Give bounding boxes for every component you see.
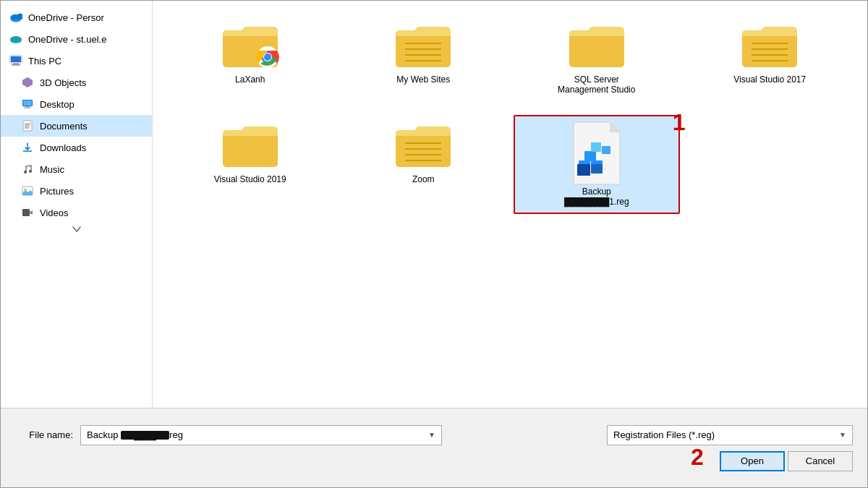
sidebar-item-desktop[interactable]: Desktop — [1, 93, 152, 115]
folder-visual-studio-2017-icon — [741, 21, 799, 72]
folder-visual-studio-2019[interactable]: Visual Studio 2019 — [167, 115, 333, 214]
svg-rect-5 — [13, 63, 19, 64]
folder-laxanh-label: LaXanh — [235, 74, 265, 85]
onedrive-teal-icon — [9, 33, 22, 46]
sidebar-item-label-downloads: Downloads — [40, 142, 86, 153]
folder-visual-studio-2019-label: Visual Studio 2019 — [214, 174, 286, 184]
svg-rect-23 — [22, 209, 30, 216]
main-area: OneDrive - Persor OneDrive - st.uel.e — [1, 1, 867, 408]
3d-objects-icon — [21, 76, 34, 89]
file-open-dialog: OneDrive - Persor OneDrive - st.uel.e — [0, 0, 868, 488]
folder-visual-studio-2019-icon — [221, 121, 279, 171]
sidebar-item-onedrive-personal[interactable]: OneDrive - Persor — [1, 7, 152, 28]
scroll-indicator — [1, 223, 152, 235]
folder-sql-server-icon — [568, 21, 626, 72]
folder-visual-studio-2017-label: Visual Studio 2017 — [733, 74, 806, 85]
svg-rect-12 — [24, 108, 31, 108]
svg-rect-46 — [577, 164, 590, 176]
filetype-select[interactable]: Registration Files (*.reg) ▼ — [607, 425, 853, 445]
file-backup-reg-label: Backup████████1.reg — [564, 187, 629, 207]
folder-my-web-sites-icon — [394, 21, 452, 72]
filename-dropdown-arrow: ▼ — [428, 431, 435, 439]
bottom-bar: File name: Backup ████reg ▼ Registration… — [1, 408, 867, 487]
sidebar-item-label-3d-objects: 3D Objects — [40, 77, 86, 88]
downloads-icon — [21, 141, 34, 154]
documents-icon — [21, 119, 34, 132]
folder-laxanh-icon — [221, 21, 279, 72]
sidebar-item-music[interactable]: Music — [1, 158, 152, 180]
svg-rect-45 — [602, 146, 610, 154]
folder-zoom-icon — [394, 121, 452, 171]
filename-input-text: Backup ████reg — [87, 429, 183, 440]
file-backup-reg-icon — [564, 122, 629, 184]
annotation-1: 1 — [673, 109, 686, 136]
folder-visual-studio-2017[interactable]: Visual Studio 2017 — [687, 15, 854, 100]
cancel-button[interactable]: Cancel — [788, 451, 853, 471]
desktop-icon — [21, 98, 34, 111]
folder-laxanh[interactable]: LaXanh — [167, 15, 333, 100]
sidebar-item-label-desktop: Desktop — [40, 99, 75, 110]
svg-rect-43 — [584, 151, 596, 161]
content-area: LaXanh My Web Sites — [153, 1, 867, 408]
folder-sql-server-label: SQL Server Management Studio — [553, 74, 640, 95]
svg-rect-47 — [591, 164, 603, 174]
svg-marker-24 — [30, 210, 33, 215]
svg-point-20 — [29, 170, 32, 173]
svg-point-19 — [24, 171, 27, 174]
sidebar-item-label-onedrive-personal: OneDrive - Persor — [28, 12, 104, 23]
buttons-row: 2 Open Cancel — [15, 451, 853, 471]
svg-point-1 — [10, 36, 22, 43]
folder-my-web-sites[interactable]: My Web Sites — [341, 15, 507, 100]
thispc-icon — [9, 54, 22, 67]
file-backup-reg[interactable]: 1 — [514, 115, 680, 214]
svg-rect-10 — [23, 100, 32, 106]
svg-rect-11 — [25, 106, 30, 108]
sidebar-item-downloads[interactable]: Downloads — [1, 137, 152, 158]
filetype-dropdown-arrow: ▼ — [839, 431, 846, 439]
pictures-icon — [21, 184, 34, 197]
folder-my-web-sites-label: My Web Sites — [396, 74, 450, 85]
svg-rect-6 — [12, 64, 20, 66]
open-button[interactable]: Open — [720, 451, 785, 471]
annotation-2: 2 — [691, 444, 704, 471]
folder-zoom[interactable]: Zoom — [341, 115, 507, 214]
sidebar-item-3d-objects[interactable]: 3D Objects — [1, 72, 152, 93]
sidebar-item-documents[interactable]: Documents — [1, 115, 152, 137]
sidebar-item-pictures[interactable]: Pictures — [1, 180, 152, 202]
onedrive-blue-icon — [9, 11, 22, 24]
folder-sql-server[interactable]: SQL Server Management Studio — [514, 15, 680, 100]
file-name-label: File name: — [15, 429, 73, 440]
sidebar-item-label-onedrive-st: OneDrive - st.uel.e — [28, 34, 106, 45]
sidebar-item-videos[interactable]: Videos — [1, 202, 152, 223]
svg-rect-13 — [23, 121, 32, 131]
filename-input[interactable]: Backup ████reg ▼ — [80, 425, 442, 445]
svg-point-28 — [264, 53, 271, 61]
filetype-select-text: Registration Files (*.reg) — [613, 429, 715, 440]
svg-rect-4 — [11, 56, 21, 62]
sidebar-item-label-documents: Documents — [40, 121, 88, 132]
videos-icon — [21, 206, 34, 219]
svg-point-0 — [10, 14, 22, 22]
sidebar-item-onedrive-st[interactable]: OneDrive - st.uel.e — [1, 28, 152, 50]
filename-row: File name: Backup ████reg ▼ Registration… — [15, 425, 853, 445]
sidebar-item-label-pictures: Pictures — [40, 186, 74, 197]
sidebar-item-this-pc[interactable]: This PC — [1, 50, 152, 72]
sidebar: OneDrive - Persor OneDrive - st.uel.e — [1, 1, 153, 408]
folder-zoom-label: Zoom — [412, 174, 435, 184]
sidebar-item-label-music: Music — [40, 164, 64, 175]
sidebar-item-label-this-pc: This PC — [28, 56, 61, 67]
svg-rect-44 — [591, 142, 601, 152]
sidebar-item-label-videos: Videos — [40, 207, 69, 218]
music-icon — [21, 163, 34, 176]
